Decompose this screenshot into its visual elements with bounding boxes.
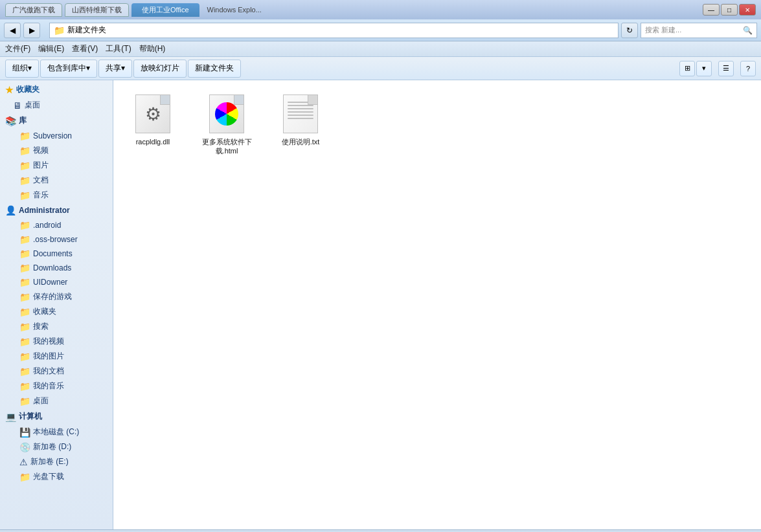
title-tabs: 广汽傲跑下载 山西特维斯下载 使用工业Office Windows Explo.…	[5, 3, 699, 17]
gear-icon: ⚙	[145, 104, 161, 125]
sidebar-item-my-docs[interactable]: 📁 我的文档	[0, 364, 113, 379]
search-icon[interactable]: 🔍	[743, 26, 753, 35]
saved-games-icon: 📁	[19, 292, 30, 302]
sidebar-item-my-pictures[interactable]: 📁 我的图片	[0, 349, 113, 364]
sidebar-wrapper: ★ 收藏夹 🖥 桌面 📚 库 📁 Subversion 📁 视频	[0, 80, 113, 529]
main-area: ★ 收藏夹 🖥 桌面 📚 库 📁 Subversion 📁 视频	[0, 80, 761, 529]
android-label: .android	[33, 221, 61, 230]
my-video-label: 我的视频	[33, 336, 64, 347]
my-pictures-label: 我的图片	[33, 351, 64, 362]
dll-file-label: racpldlg.dll	[136, 137, 170, 146]
share-button[interactable]: 共享▾	[98, 60, 132, 78]
sidebar-item-e-drive[interactable]: ⚠ 新加卷 (E:)	[0, 454, 113, 469]
sidebar-item-documents[interactable]: 📁 文档	[0, 173, 113, 188]
view-controls: ⊞ ▾ ☰ ?	[679, 61, 756, 76]
sidebar-item-video[interactable]: 📁 视频	[0, 143, 113, 158]
menu-tools[interactable]: 工具(T)	[106, 43, 131, 54]
subversion-label: Subversion	[33, 131, 72, 140]
menu-edit[interactable]: 编辑(E)	[38, 43, 64, 54]
maximize-button[interactable]: □	[721, 4, 738, 16]
slideshow-button[interactable]: 放映幻灯片	[133, 60, 187, 78]
new-folder-button[interactable]: 新建文件夹	[188, 60, 241, 78]
include-library-button[interactable]: 包含到库中▾	[40, 60, 97, 78]
sidebar-item-favorites-sub[interactable]: 📁 收藏夹	[0, 304, 113, 319]
sidebar-item-search[interactable]: 📁 搜索	[0, 319, 113, 334]
minimize-button[interactable]: —	[703, 4, 720, 16]
desktop-sub-icon: 📁	[19, 396, 30, 406]
txt-line-4	[288, 111, 313, 113]
desktop-sub-label: 桌面	[33, 395, 49, 406]
back-button[interactable]: ◀	[4, 23, 21, 38]
sidebar-item-subversion[interactable]: 📁 Subversion	[0, 129, 113, 143]
view-large-icon-button[interactable]: ⊞	[679, 61, 695, 76]
computer-icon: 💻	[5, 412, 16, 422]
sidebar-item-pictures[interactable]: 📁 图片	[0, 158, 113, 173]
organize-button[interactable]: 组织▾	[5, 60, 39, 78]
pictures-label: 图片	[33, 160, 49, 171]
sidebar-library-header[interactable]: 📚 库	[0, 113, 113, 129]
sidebar: ★ 收藏夹 🖥 桌面 📚 库 📁 Subversion 📁 视频	[0, 80, 113, 529]
my-video-icon: 📁	[19, 337, 30, 347]
txt-line-5	[288, 115, 313, 116]
sidebar-item-desktop[interactable]: 🖥 桌面	[0, 98, 113, 113]
optical-label: 光盘下载	[33, 471, 64, 482]
sidebar-item-my-video[interactable]: 📁 我的视频	[0, 334, 113, 349]
sidebar-admin-header[interactable]: 👤 Administrator	[0, 203, 113, 218]
optical-icon: 📁	[19, 472, 30, 482]
sidebar-item-saved-games[interactable]: 📁 保存的游戏	[0, 289, 113, 304]
dll-file-icon: ⚙	[135, 94, 170, 133]
sidebar-computer-header[interactable]: 💻 计算机	[0, 408, 113, 425]
sidebar-item-music[interactable]: 📁 音乐	[0, 188, 113, 203]
search-box[interactable]: 搜索 新建... 🔍	[641, 23, 757, 38]
menu-file[interactable]: 文件(F)	[5, 43, 30, 54]
search-folder-icon: 📁	[19, 322, 30, 332]
menu-help[interactable]: 帮助(H)	[139, 43, 166, 54]
tab-3-active[interactable]: 使用工业Office	[131, 3, 199, 17]
address-bar: ◀ ▶ 📁 新建文件夹 ↻ 搜索 新建... 🔍	[0, 19, 761, 41]
close-button[interactable]: ✕	[739, 4, 756, 16]
help-button[interactable]: ?	[740, 61, 756, 76]
address-input[interactable]: 📁 新建文件夹	[49, 23, 619, 38]
sidebar-item-downloads[interactable]: 📁 Downloads	[0, 261, 113, 275]
refresh-button[interactable]: ↻	[621, 23, 638, 38]
android-folder-icon: 📁	[19, 220, 30, 230]
txt-file-label: 使用说明.txt	[282, 137, 320, 146]
tab-1[interactable]: 广汽傲跑下载	[5, 3, 62, 17]
status-bar: 📁 3 个对象	[0, 529, 761, 532]
toolbar: 组织▾ 包含到库中▾ 共享▾ 放映幻灯片 新建文件夹 ⊞ ▾ ☰ ?	[0, 57, 761, 80]
pictures-folder-icon: 📁	[19, 161, 30, 171]
forward-button[interactable]: ▶	[23, 23, 40, 38]
sidebar-item-uidowner[interactable]: 📁 UIDowner	[0, 275, 113, 289]
sidebar-item-d-drive[interactable]: 💿 新加卷 (D:)	[0, 439, 113, 454]
my-docs-icon: 📁	[19, 366, 30, 377]
sidebar-item-admin-docs[interactable]: 📁 Documents	[0, 247, 113, 261]
video-label: 视频	[33, 145, 49, 156]
sidebar-item-desktop-sub[interactable]: 📁 桌面	[0, 393, 113, 408]
e-drive-label: 新加卷 (E:)	[30, 456, 69, 467]
file-item-html[interactable]: 更多系统软件下载.html	[198, 91, 256, 159]
txt-line-3	[288, 108, 313, 109]
color-wheel-icon	[215, 102, 238, 126]
sidebar-item-my-music[interactable]: 📁 我的音乐	[0, 379, 113, 393]
address-path: 新建文件夹	[67, 25, 106, 36]
sidebar-item-oss-browser[interactable]: 📁 .oss-browser	[0, 232, 113, 247]
view-dropdown-button[interactable]: ▾	[696, 61, 712, 76]
search-placeholder: 搜索 新建...	[645, 25, 743, 35]
downloads-folder-icon: 📁	[19, 263, 30, 273]
txt-line-1	[288, 102, 313, 103]
view-details-button[interactable]: ☰	[718, 61, 734, 76]
uidowner-folder-icon: 📁	[19, 277, 30, 287]
file-item-txt[interactable]: 使用说明.txt	[271, 91, 330, 149]
menu-view[interactable]: 查看(V)	[72, 43, 98, 54]
file-item-dll[interactable]: ⚙ racpldlg.dll	[124, 91, 182, 149]
oss-label: .oss-browser	[33, 235, 78, 244]
sidebar-item-c-drive[interactable]: 💾 本地磁盘 (C:)	[0, 425, 113, 439]
sidebar-item-android[interactable]: 📁 .android	[0, 218, 113, 232]
dll-icon-wrapper: ⚙	[132, 93, 174, 135]
sidebar-item-optical[interactable]: 📁 光盘下载	[0, 469, 113, 484]
admin-docs-label: Documents	[33, 249, 73, 258]
tab-2[interactable]: 山西特维斯下载	[65, 3, 129, 17]
html-file-label: 更多系统软件下载.html	[200, 137, 253, 156]
c-drive-label: 本地磁盘 (C:)	[33, 427, 79, 438]
oss-folder-icon: 📁	[19, 234, 30, 245]
